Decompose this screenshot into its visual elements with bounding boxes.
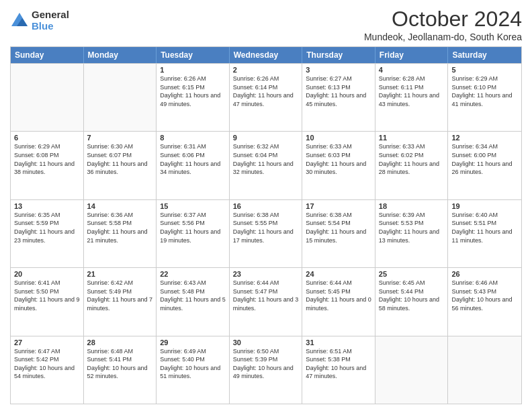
day-number: 23 <box>233 270 299 278</box>
calendar-cell-2: 2Sunrise: 6:26 AM Sunset: 6:14 PM Daylig… <box>230 64 303 131</box>
header-day-monday: Monday <box>84 47 157 63</box>
day-number: 1 <box>160 66 226 74</box>
calendar-cell-11: 11Sunrise: 6:33 AM Sunset: 6:02 PM Dayli… <box>375 132 449 199</box>
cell-info: Sunrise: 6:33 AM Sunset: 6:03 PM Dayligh… <box>306 142 371 176</box>
calendar-cell-12: 12Sunrise: 6:34 AM Sunset: 6:00 PM Dayli… <box>448 132 521 199</box>
calendar-cell-27: 27Sunrise: 6:47 AM Sunset: 5:42 PM Dayli… <box>11 336 84 404</box>
calendar-body: 1Sunrise: 6:26 AM Sunset: 6:15 PM Daylig… <box>11 63 521 404</box>
day-number: 19 <box>451 202 518 210</box>
calendar-cell-22: 22Sunrise: 6:43 AM Sunset: 5:48 PM Dayli… <box>157 268 230 335</box>
day-number: 13 <box>14 202 80 210</box>
cell-info: Sunrise: 6:31 AM Sunset: 6:06 PM Dayligh… <box>160 142 226 176</box>
calendar-cell-3: 3Sunrise: 6:27 AM Sunset: 6:13 PM Daylig… <box>302 64 375 131</box>
day-number: 15 <box>160 202 226 210</box>
cell-info: Sunrise: 6:32 AM Sunset: 6:04 PM Dayligh… <box>233 142 299 176</box>
header-day-wednesday: Wednesday <box>230 47 303 63</box>
calendar: SundayMondayTuesdayWednesdayThursdayFrid… <box>10 46 522 404</box>
day-number: 6 <box>14 134 80 142</box>
calendar-cell-7: 7Sunrise: 6:30 AM Sunset: 6:07 PM Daylig… <box>84 132 157 199</box>
day-number: 5 <box>451 66 518 74</box>
day-number: 10 <box>306 134 371 142</box>
logo-text: General Blue <box>32 9 69 32</box>
cell-info: Sunrise: 6:47 AM Sunset: 5:42 PM Dayligh… <box>14 347 80 381</box>
day-number: 20 <box>14 270 80 278</box>
day-number: 24 <box>306 270 371 278</box>
location-subtitle: Mundeok, Jeollanam-do, South Korea <box>364 32 522 42</box>
logo-icon <box>10 11 29 30</box>
cell-info: Sunrise: 6:29 AM Sunset: 6:08 PM Dayligh… <box>14 142 80 176</box>
cell-info: Sunrise: 6:51 AM Sunset: 5:38 PM Dayligh… <box>306 347 371 381</box>
day-number: 4 <box>379 66 445 74</box>
calendar-row-1: 1Sunrise: 6:26 AM Sunset: 6:15 PM Daylig… <box>11 63 521 131</box>
calendar-cell-24: 24Sunrise: 6:44 AM Sunset: 5:45 PM Dayli… <box>302 268 375 335</box>
cell-info: Sunrise: 6:36 AM Sunset: 5:58 PM Dayligh… <box>87 211 153 244</box>
cell-info: Sunrise: 6:39 AM Sunset: 5:53 PM Dayligh… <box>379 211 445 244</box>
header-day-sunday: Sunday <box>11 47 84 63</box>
day-number: 9 <box>233 134 299 142</box>
cell-info: Sunrise: 6:45 AM Sunset: 5:44 PM Dayligh… <box>379 279 445 312</box>
calendar-cell-21: 21Sunrise: 6:42 AM Sunset: 5:49 PM Dayli… <box>84 268 157 335</box>
calendar-cell-16: 16Sunrise: 6:38 AM Sunset: 5:55 PM Dayli… <box>230 200 303 267</box>
header-day-friday: Friday <box>375 47 449 63</box>
header: General Blue October 2024 Mundeok, Jeoll… <box>10 7 522 42</box>
calendar-cell-1: 1Sunrise: 6:26 AM Sunset: 6:15 PM Daylig… <box>157 64 230 131</box>
calendar-cell-18: 18Sunrise: 6:39 AM Sunset: 5:53 PM Dayli… <box>375 200 449 267</box>
calendar-cell-empty <box>448 336 521 404</box>
calendar-cell-23: 23Sunrise: 6:44 AM Sunset: 5:47 PM Dayli… <box>230 268 303 335</box>
cell-info: Sunrise: 6:38 AM Sunset: 5:55 PM Dayligh… <box>233 211 299 244</box>
cell-info: Sunrise: 6:41 AM Sunset: 5:50 PM Dayligh… <box>14 279 80 312</box>
calendar-cell-28: 28Sunrise: 6:48 AM Sunset: 5:41 PM Dayli… <box>84 336 157 404</box>
day-number: 31 <box>306 338 371 347</box>
cell-info: Sunrise: 6:35 AM Sunset: 5:59 PM Dayligh… <box>14 211 80 244</box>
cell-info: Sunrise: 6:28 AM Sunset: 6:11 PM Dayligh… <box>379 75 445 108</box>
calendar-cell-empty <box>84 64 157 131</box>
day-number: 7 <box>87 134 153 142</box>
calendar-cell-17: 17Sunrise: 6:38 AM Sunset: 5:54 PM Dayli… <box>302 200 375 267</box>
cell-info: Sunrise: 6:44 AM Sunset: 5:47 PM Dayligh… <box>233 279 299 312</box>
calendar-header: SundayMondayTuesdayWednesdayThursdayFrid… <box>11 47 521 63</box>
day-number: 27 <box>14 338 80 347</box>
cell-info: Sunrise: 6:43 AM Sunset: 5:48 PM Dayligh… <box>160 279 226 312</box>
calendar-cell-10: 10Sunrise: 6:33 AM Sunset: 6:03 PM Dayli… <box>302 132 375 199</box>
month-title: October 2024 <box>364 7 522 32</box>
day-number: 2 <box>233 66 299 74</box>
cell-info: Sunrise: 6:30 AM Sunset: 6:07 PM Dayligh… <box>87 142 153 176</box>
calendar-cell-15: 15Sunrise: 6:37 AM Sunset: 5:56 PM Dayli… <box>157 200 230 267</box>
calendar-row-2: 6Sunrise: 6:29 AM Sunset: 6:08 PM Daylig… <box>11 131 521 199</box>
cell-info: Sunrise: 6:42 AM Sunset: 5:49 PM Dayligh… <box>87 279 153 312</box>
logo: General Blue <box>10 9 69 32</box>
day-number: 17 <box>306 202 371 210</box>
calendar-cell-13: 13Sunrise: 6:35 AM Sunset: 5:59 PM Dayli… <box>11 200 84 267</box>
header-day-tuesday: Tuesday <box>157 47 230 63</box>
cell-info: Sunrise: 6:40 AM Sunset: 5:51 PM Dayligh… <box>451 211 518 244</box>
calendar-cell-4: 4Sunrise: 6:28 AM Sunset: 6:11 PM Daylig… <box>375 64 449 131</box>
calendar-cell-31: 31Sunrise: 6:51 AM Sunset: 5:38 PM Dayli… <box>302 336 375 404</box>
cell-info: Sunrise: 6:44 AM Sunset: 5:45 PM Dayligh… <box>306 279 371 312</box>
day-number: 25 <box>379 270 445 278</box>
cell-info: Sunrise: 6:37 AM Sunset: 5:56 PM Dayligh… <box>160 211 226 244</box>
calendar-cell-30: 30Sunrise: 6:50 AM Sunset: 5:39 PM Dayli… <box>230 336 303 404</box>
title-block: October 2024 Mundeok, Jeollanam-do, Sout… <box>364 7 522 42</box>
cell-info: Sunrise: 6:34 AM Sunset: 6:00 PM Dayligh… <box>451 142 518 176</box>
calendar-cell-19: 19Sunrise: 6:40 AM Sunset: 5:51 PM Dayli… <box>448 200 521 267</box>
day-number: 3 <box>306 66 371 74</box>
calendar-cell-5: 5Sunrise: 6:29 AM Sunset: 6:10 PM Daylig… <box>448 64 521 131</box>
day-number: 8 <box>160 134 226 142</box>
cell-info: Sunrise: 6:38 AM Sunset: 5:54 PM Dayligh… <box>306 211 371 244</box>
header-day-thursday: Thursday <box>302 47 375 63</box>
day-number: 29 <box>160 338 226 347</box>
day-number: 22 <box>160 270 226 278</box>
day-number: 16 <box>233 202 299 210</box>
calendar-cell-20: 20Sunrise: 6:41 AM Sunset: 5:50 PM Dayli… <box>11 268 84 335</box>
cell-info: Sunrise: 6:27 AM Sunset: 6:13 PM Dayligh… <box>306 75 371 108</box>
calendar-cell-8: 8Sunrise: 6:31 AM Sunset: 6:06 PM Daylig… <box>157 132 230 199</box>
calendar-cell-empty <box>11 64 84 131</box>
calendar-cell-29: 29Sunrise: 6:49 AM Sunset: 5:40 PM Dayli… <box>157 336 230 404</box>
day-number: 26 <box>451 270 518 278</box>
calendar-row-3: 13Sunrise: 6:35 AM Sunset: 5:59 PM Dayli… <box>11 199 521 267</box>
calendar-row-5: 27Sunrise: 6:47 AM Sunset: 5:42 PM Dayli… <box>11 336 521 404</box>
calendar-cell-6: 6Sunrise: 6:29 AM Sunset: 6:08 PM Daylig… <box>11 132 84 199</box>
day-number: 18 <box>379 202 445 210</box>
logo-blue: Blue <box>32 21 69 32</box>
day-number: 21 <box>87 270 153 278</box>
